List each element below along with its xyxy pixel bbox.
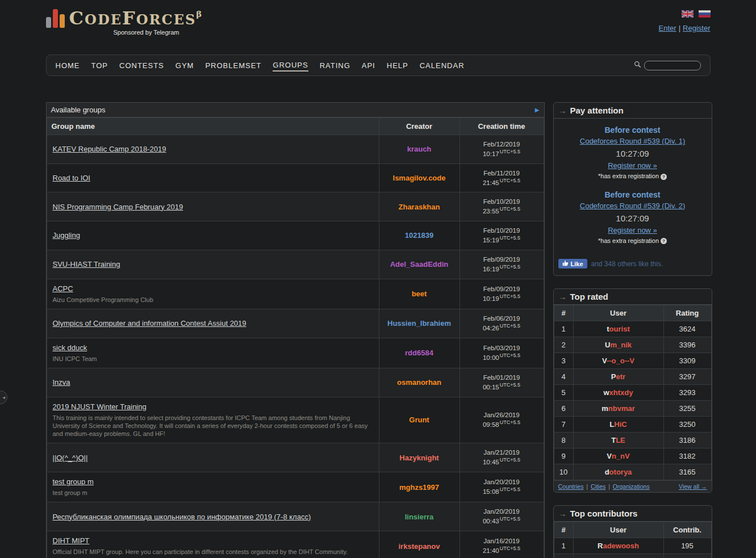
enter-link[interactable]: Enter (659, 24, 676, 32)
nav-item-rating[interactable]: RATING (320, 60, 350, 71)
creation-hour: 00:15UTC+5.5 (466, 382, 538, 392)
top-contributors-box: →Top contributors # User Contrib. 1Radew… (553, 505, 712, 558)
table-row: 9Vn_nV3182 (554, 448, 711, 464)
creator-cell: Adel_SaadEddin (379, 250, 460, 279)
extra-registration-note: *has extra registration? (557, 237, 708, 245)
timezone-label: UTC+5.5 (500, 206, 520, 212)
table-row: ||O(^_^)O||HazyknightJan/21/201910:45UTC… (47, 443, 544, 472)
footer-link-countries[interactable]: Countries (558, 483, 584, 490)
creator-link[interactable]: krauch (407, 145, 432, 153)
creation-time-cell: Jan/20/201915:08UTC+5.5 (460, 472, 544, 502)
table-row: ACPCAizu Competitive Programming Clubbee… (47, 279, 544, 309)
creator-link[interactable]: Ismagilov.code (393, 174, 446, 182)
creator-link[interactable]: Zharaskhan (399, 203, 440, 211)
user-link[interactable]: Petr (611, 372, 625, 381)
nav-item-contests[interactable]: CONTESTS (119, 60, 164, 71)
group-name-link[interactable]: Inzva (53, 378, 70, 387)
group-name-link[interactable]: ACPC (53, 284, 73, 293)
pay-attention-title: Pay attention (570, 106, 624, 115)
footer-link-organizations[interactable]: Organizations (613, 483, 650, 490)
group-name-link[interactable]: KATEV Republic Camp 2018-2019 (53, 145, 166, 153)
register-now-link[interactable]: Register now » (608, 161, 657, 170)
creation-date: Feb/06/2019 (466, 314, 538, 323)
creator-link[interactable]: Hazyknight (399, 454, 438, 462)
russian-flag-icon[interactable] (699, 10, 711, 18)
user-link[interactable]: TLE (611, 436, 625, 444)
user-link[interactable]: mnbvmar (602, 404, 635, 413)
creator-link[interactable]: linsierra (405, 513, 434, 521)
group-name-link[interactable]: sick dduck (53, 343, 87, 352)
creator-link[interactable]: irkstepanov (399, 542, 440, 551)
group-name-link[interactable]: 2019 NJUST Winter Training (53, 402, 147, 411)
creator-cell: irkstepanov (379, 531, 460, 558)
contest-link[interactable]: Codeforces Round #539 (Div. 1) (580, 137, 685, 145)
question-icon[interactable]: ? (661, 174, 667, 180)
nav-item-home[interactable]: HOME (56, 60, 80, 71)
creation-time-cell: Jan/20/201900:43UTC+5.5 (460, 502, 544, 531)
expand-arrow-icon[interactable]: ▶ (535, 107, 540, 113)
column-rating: Rating (663, 305, 711, 321)
creator-link[interactable]: Grunt (409, 416, 429, 424)
contest-link[interactable]: Codeforces Round #539 (Div. 2) (580, 202, 685, 210)
auth-separator: | (679, 24, 680, 32)
english-flag-icon[interactable] (682, 10, 694, 18)
user-link[interactable]: V--o_o--V (602, 356, 634, 365)
group-name-link[interactable]: SVU-HIAST Training (53, 260, 120, 268)
group-name-link[interactable]: Road to IOI (53, 174, 90, 182)
user-link[interactable]: Vn_nV (607, 452, 629, 460)
top-contributors-title: Top contributors (570, 509, 638, 518)
creation-hour: 10:00UTC+5.5 (466, 353, 538, 362)
table-row: 2Errichto179 (554, 554, 711, 558)
facebook-like-button[interactable]: Like (558, 259, 587, 268)
user-link[interactable]: tourist (607, 325, 629, 333)
search-input[interactable] (644, 61, 701, 70)
footer-link-cities[interactable]: Cities (591, 483, 605, 490)
nav-item-problemset[interactable]: PROBLEMSET (205, 60, 261, 71)
group-name-cell: KATEV Republic Camp 2018-2019 (47, 135, 379, 164)
group-name-link[interactable]: Juggling (53, 231, 80, 240)
group-name-link[interactable]: NIS Programming Camp February 2019 (53, 203, 183, 211)
creator-link[interactable]: rdd6584 (405, 349, 433, 357)
register-now-link[interactable]: Register now » (608, 226, 657, 234)
group-subtitle: test group m (53, 489, 373, 497)
creator-link[interactable]: beet (412, 290, 427, 298)
codeforces-logo[interactable]: CODEFORCESβ Sponsored by Telegram (46, 9, 711, 36)
nav-item-help[interactable]: HELP (387, 60, 408, 71)
user-link[interactable]: Radewoosh (598, 542, 639, 550)
group-name-link[interactable]: DIHT MIPT (53, 536, 90, 545)
caption-arrow-icon: → (559, 509, 567, 518)
question-icon[interactable]: ? (661, 238, 667, 244)
user-link[interactable]: Um_nik (605, 341, 632, 349)
group-name-link[interactable]: Республиканская олимпиада школьников по … (53, 513, 311, 521)
groups-title: Available groups (51, 106, 106, 114)
timezone-label: UTC+5.5 (500, 457, 520, 463)
timezone-label: UTC+5.5 (500, 516, 520, 522)
nav-item-top[interactable]: TOP (91, 60, 108, 71)
user-link[interactable]: LHiC (609, 420, 626, 429)
nav-item-gym[interactable]: GYM (176, 60, 194, 71)
view-all-link[interactable]: View all → (679, 483, 707, 490)
creator-link[interactable]: osmanorhan (397, 378, 441, 387)
creator-link[interactable]: Adel_SaadEddin (390, 260, 449, 268)
creation-hour: 09:58UTC+5.5 (466, 419, 538, 429)
nav-item-api[interactable]: API (362, 60, 375, 71)
pay-attention-caption: →Pay attention (554, 103, 712, 119)
creation-date: Feb/12/2019 (466, 140, 538, 149)
page-side-handle[interactable]: ◂ (0, 391, 7, 404)
group-name-link[interactable]: test group m (53, 477, 94, 486)
rank-cell: 3 (554, 353, 573, 369)
creator-link[interactable]: mghzs1997 (399, 483, 439, 492)
creator-link[interactable]: 1021839 (405, 231, 434, 240)
rank-cell: 6 (554, 401, 573, 417)
nav-item-calendar[interactable]: CALENDAR (420, 60, 465, 71)
nav-item-groups[interactable]: GROUPS (273, 60, 308, 72)
user-link[interactable]: wxhtxdy (603, 388, 633, 397)
group-subtitle: Aizu Competitive Programming Club (53, 296, 373, 304)
rank-cell: 9 (554, 448, 573, 464)
group-name-link[interactable]: Olympics of Computer and information Con… (53, 319, 247, 328)
group-name-link[interactable]: ||O(^_^)O|| (53, 454, 88, 462)
creator-link[interactable]: Hussien_Ibrahiem (387, 319, 451, 328)
register-link[interactable]: Register (683, 24, 710, 32)
search-box (634, 60, 701, 70)
user-link[interactable]: dotorya (605, 468, 632, 476)
